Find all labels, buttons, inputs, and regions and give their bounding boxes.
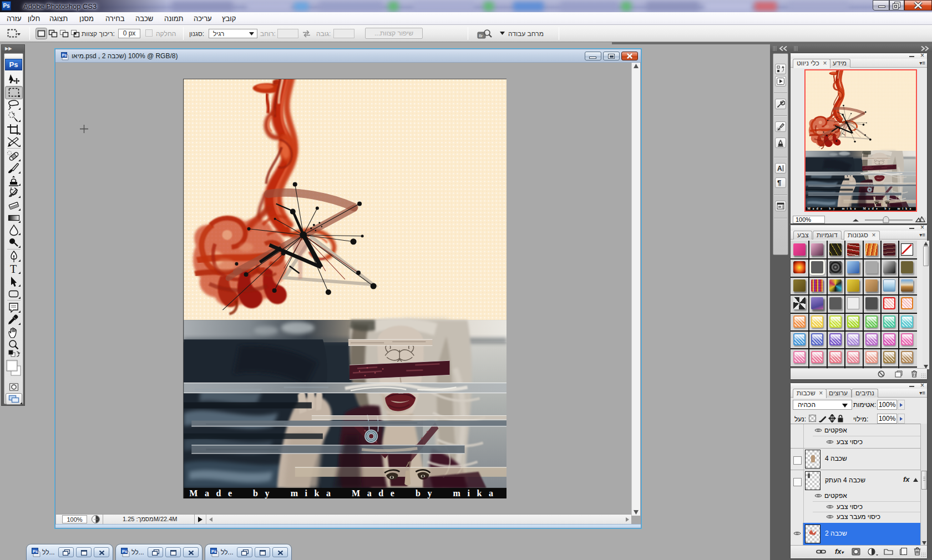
svg-text:¶: ¶ — [777, 179, 781, 186]
svg-text:Ps: Ps — [33, 549, 38, 554]
svg-text:A: A — [777, 165, 782, 172]
svg-text:Ps: Ps — [62, 53, 67, 57]
svg-text:Ps: Ps — [122, 549, 127, 554]
svg-text:Br: Br — [479, 34, 483, 38]
svg-text:T: T — [10, 263, 17, 275]
svg-text:Ps: Ps — [211, 549, 216, 554]
